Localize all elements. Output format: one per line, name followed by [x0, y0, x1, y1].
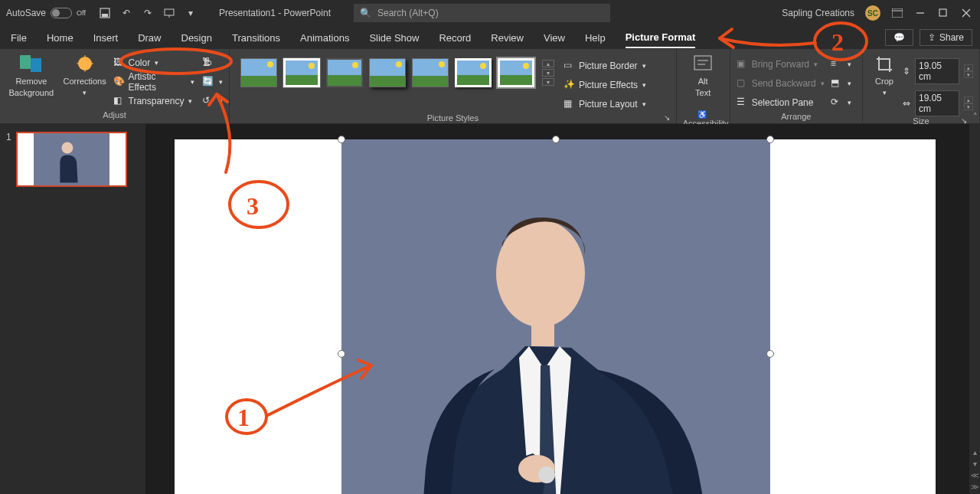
crop-button[interactable]: Crop ▾: [869, 52, 900, 98]
dialog-launcher-icon[interactable]: ↘: [664, 113, 670, 122]
remove-background-button[interactable]: Remove Background: [6, 52, 57, 98]
send-backward-button[interactable]: ▢Send Backward▾: [737, 74, 825, 93]
width-input[interactable]: ⇔19.05 cm▴▾: [903, 90, 973, 116]
tab-draw[interactable]: Draw: [138, 27, 161, 48]
style-thumb-1[interactable]: [240, 58, 277, 87]
spin-up-icon[interactable]: ▴: [964, 64, 973, 71]
chevron-down-icon: ▾: [83, 88, 87, 98]
slide-thumbnail-panel[interactable]: 1: [0, 124, 145, 494]
bring-forward-button[interactable]: ▣Bring Forward▾: [737, 55, 825, 74]
style-thumb-2[interactable]: [283, 58, 320, 87]
vertical-scrollbar[interactable]: ▴ ▾ ≪ ≫: [969, 124, 980, 494]
spin-up-icon[interactable]: ▴: [964, 97, 973, 103]
spin-down-icon[interactable]: ▾: [964, 103, 973, 110]
height-input[interactable]: ⇕19.05 cm▴▾: [903, 58, 973, 84]
tab-file[interactable]: File: [11, 27, 27, 48]
tab-picture-format[interactable]: Picture Format: [626, 27, 696, 48]
svg-rect-7: [939, 9, 946, 16]
scroll-down-icon[interactable]: ▾: [973, 460, 977, 468]
scroll-up-icon[interactable]: ▴: [973, 448, 977, 456]
rotate-button[interactable]: ⟳▾: [831, 93, 851, 112]
comment-icon: 💬: [893, 32, 905, 43]
search-input[interactable]: 🔍 Search (Alt+Q): [354, 4, 610, 22]
slide-canvas-area[interactable]: 1 3 ▴ ▾ ≪ ≫: [145, 124, 980, 494]
account-name[interactable]: Sapling Creations: [782, 8, 854, 18]
autosave-toggle[interactable]: AutoSave Off: [0, 8, 92, 18]
qat-more-icon[interactable]: ▾: [185, 8, 196, 18]
quick-access-toolbar: ↶ ↷ ▾: [92, 8, 204, 18]
minimize-icon[interactable]: [914, 7, 926, 19]
reset-picture-button[interactable]: ↺▾: [202, 92, 223, 110]
style-thumb-4[interactable]: [369, 58, 406, 87]
style-thumb-5[interactable]: [412, 58, 449, 87]
transparency-button[interactable]: ◧Transparency▾: [113, 92, 194, 110]
tab-home[interactable]: Home: [47, 27, 74, 48]
svg-rect-10: [20, 55, 31, 69]
tab-record[interactable]: Record: [439, 27, 471, 48]
chevron-down-icon: ▾: [191, 78, 194, 86]
account-avatar[interactable]: SC: [865, 5, 880, 21]
group-label-adjust: Adjust: [6, 110, 223, 122]
corrections-icon: [74, 55, 96, 75]
style-thumb-3[interactable]: [326, 58, 363, 87]
save-icon[interactable]: [100, 8, 110, 18]
gallery-more-button[interactable]: ▴▾▾: [541, 58, 556, 87]
tab-review[interactable]: Review: [491, 27, 524, 48]
tab-help[interactable]: Help: [585, 27, 606, 48]
chevron-down-icon: ▾: [219, 97, 223, 105]
prev-slide-icon[interactable]: ≪: [971, 471, 978, 479]
spin-down-icon[interactable]: ▾: [964, 71, 973, 78]
ribbon-mode-icon[interactable]: [891, 7, 903, 19]
search-icon: 🔍: [360, 8, 371, 18]
picture-layout-button[interactable]: ▦Picture Layout▾: [564, 95, 646, 113]
chevron-down-icon: ▾: [219, 78, 223, 86]
group-button[interactable]: ⬒▾: [831, 74, 851, 93]
transparency-icon: ◧: [113, 95, 126, 107]
collapse-ribbon-icon[interactable]: ˄: [973, 112, 978, 122]
color-icon: 🖼: [113, 57, 126, 69]
undo-icon[interactable]: ↶: [121, 8, 132, 18]
group-accessibility: Alt Text ♿Accessibility: [677, 49, 730, 123]
tab-insert[interactable]: Insert: [93, 27, 119, 48]
style-thumb-6[interactable]: [455, 58, 492, 87]
redo-icon[interactable]: ↷: [142, 8, 153, 18]
tab-design[interactable]: Design: [181, 27, 212, 48]
present-icon[interactable]: [164, 8, 175, 18]
share-button[interactable]: ⇪Share: [920, 29, 972, 46]
chevron-down-icon: ▾: [642, 62, 646, 70]
alt-text-button[interactable]: Alt Text: [684, 52, 722, 98]
artistic-effects-button[interactable]: 🎨Artistic Effects▾: [113, 73, 194, 91]
picture-border-button[interactable]: ▭Picture Border▾: [564, 57, 646, 75]
border-icon: ▭: [564, 60, 576, 72]
compress-pictures-button[interactable]: 🗜: [202, 54, 223, 72]
slide-number: 1: [6, 132, 11, 187]
svg-point-12: [78, 57, 92, 70]
toggle-switch-icon[interactable]: [51, 8, 72, 18]
picture-effects-button[interactable]: ✨Picture Effects▾: [564, 76, 646, 94]
corrections-button[interactable]: Corrections ▾: [60, 52, 110, 98]
tab-animations[interactable]: Animations: [300, 27, 349, 48]
inserted-picture[interactable]: [341, 139, 770, 494]
tab-transitions[interactable]: Transitions: [232, 27, 280, 48]
next-slide-icon[interactable]: ≫: [971, 483, 978, 491]
tab-slideshow[interactable]: Slide Show: [369, 27, 419, 48]
maximize-icon[interactable]: [937, 7, 949, 19]
change-picture-button[interactable]: 🔄▾: [202, 73, 223, 91]
style-thumb-7[interactable]: [498, 58, 534, 87]
tab-view[interactable]: View: [544, 27, 565, 48]
chevron-down-icon: ▾: [848, 61, 851, 68]
compress-icon: 🗜: [202, 57, 214, 69]
title-bar: AutoSave Off ↶ ↷ ▾ Presentation1 - Power…: [0, 0, 980, 26]
selection-pane-button[interactable]: ☰Selection Pane: [737, 93, 825, 112]
picture-styles-gallery[interactable]: ▴▾▾: [236, 52, 560, 93]
align-button[interactable]: ≡▾: [831, 55, 851, 74]
slide-thumbnail-1[interactable]: [16, 132, 127, 187]
comments-button[interactable]: 💬: [885, 29, 913, 46]
slide[interactable]: [175, 139, 936, 494]
close-icon[interactable]: [960, 7, 972, 19]
svg-point-20: [61, 142, 73, 154]
group-label-arrange: Arrange: [737, 112, 856, 122]
color-button[interactable]: 🖼Color▾: [113, 54, 194, 72]
svg-point-21: [496, 220, 585, 327]
bring-forward-icon: ▣: [737, 58, 749, 70]
